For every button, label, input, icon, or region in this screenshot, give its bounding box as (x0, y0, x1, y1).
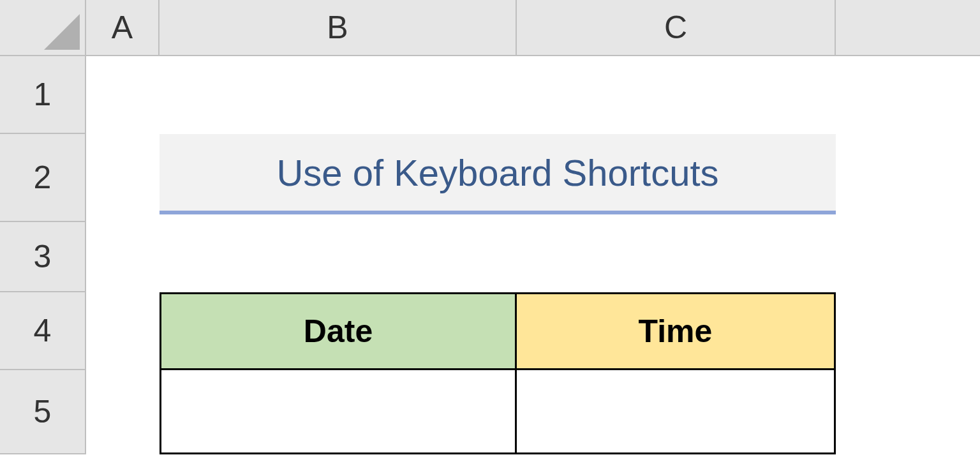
time-header-label: Time (639, 313, 713, 350)
cell-A2[interactable] (86, 134, 160, 222)
cell-A4[interactable] (86, 292, 160, 370)
column-header-C[interactable]: C (517, 0, 836, 56)
select-all-triangle-icon (44, 14, 80, 50)
cell-tail-3 (836, 222, 980, 292)
cell-A3[interactable] (86, 222, 160, 292)
title-text: Use of Keyboard Shortcuts (276, 151, 718, 194)
spreadsheet: A B C 1 2 3 4 5 Use of Keyboard Shortcut… (0, 0, 980, 471)
row-header-5[interactable]: 5 (0, 370, 86, 454)
grid-body: Use of Keyboard Shortcuts Date Time (86, 56, 980, 454)
cell-B3[interactable] (160, 222, 517, 292)
date-header-label: Date (304, 313, 373, 350)
title-box: Use of Keyboard Shortcuts (160, 134, 836, 214)
grid-row-1 (86, 56, 980, 134)
cell-B2C2-merged[interactable]: Use of Keyboard Shortcuts (160, 134, 836, 214)
column-header-B[interactable]: B (160, 0, 517, 56)
column-header-A[interactable]: A (86, 0, 160, 56)
cell-C3[interactable] (517, 222, 836, 292)
cell-B5-date-value[interactable] (160, 370, 517, 454)
grid-row-3 (86, 222, 980, 292)
cell-A1[interactable] (86, 56, 160, 134)
svg-marker-0 (44, 14, 80, 50)
cell-B4-date-header[interactable]: Date (160, 292, 517, 370)
cell-C5-time-value[interactable] (517, 370, 836, 454)
cell-tail-2 (836, 134, 980, 222)
cell-A5[interactable] (86, 370, 160, 454)
cell-C4-time-header[interactable]: Time (517, 292, 836, 370)
grid-row-5 (86, 370, 980, 454)
row-header-4[interactable]: 4 (0, 292, 86, 370)
grid-row-2: Use of Keyboard Shortcuts (86, 134, 980, 222)
select-all-corner[interactable] (0, 0, 86, 56)
cell-tail-5 (836, 370, 980, 454)
cell-tail-4 (836, 292, 980, 370)
grid-row-4: Date Time (86, 292, 980, 370)
row-header-3[interactable]: 3 (0, 222, 86, 292)
row-header-1[interactable]: 1 (0, 56, 86, 134)
column-header-tail (836, 0, 980, 56)
cell-tail-1 (836, 56, 980, 134)
cell-B1[interactable] (160, 56, 517, 134)
row-header-2[interactable]: 2 (0, 134, 86, 222)
row-headers: 1 2 3 4 5 (0, 56, 86, 454)
column-headers: A B C (0, 0, 980, 56)
cell-C1[interactable] (517, 56, 836, 134)
